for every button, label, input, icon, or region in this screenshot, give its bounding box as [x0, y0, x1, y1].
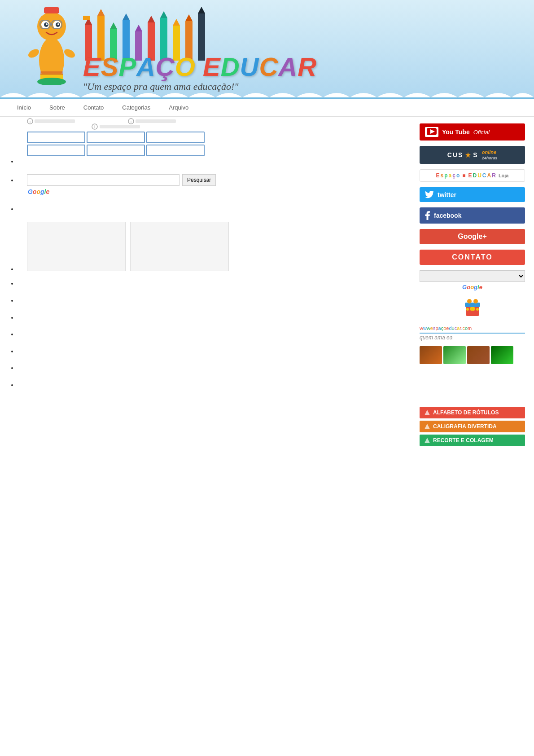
list-item-7: [18, 296, 411, 305]
recorte-label: RECORTE E COLAGEM: [433, 437, 494, 444]
cursos-text: CUS: [447, 151, 464, 158]
loja-button[interactable]: Espaço ■ EDUCAR Loja: [420, 169, 525, 182]
svg-point-15: [27, 48, 40, 60]
alfabeto-label: ALFABETO DE RÓTULOS: [433, 409, 499, 416]
svg-marker-28: [123, 13, 130, 20]
twitter-button[interactable]: twitter: [420, 187, 525, 202]
twitter-label: twitter: [438, 191, 456, 198]
nav-arquivo[interactable]: Arquivo: [161, 101, 197, 114]
list-item-8: [18, 313, 411, 322]
caligrafia-button[interactable]: CALIGRAFIA DIVERTIDA: [420, 421, 525, 432]
facebook-widget: facebook: [420, 207, 525, 224]
content-area: i: [9, 123, 411, 452]
photo-strip: [420, 346, 525, 364]
cursos-button[interactable]: CUS S online24horas: [420, 146, 525, 164]
nav-categorias[interactable]: Categorias: [114, 101, 158, 114]
cursos-widget: CUS S online24horas: [420, 146, 525, 164]
loja-e: E: [436, 172, 439, 179]
share-input-1b[interactable]: [27, 145, 85, 156]
recorte-icon: [424, 437, 430, 444]
loja-u: U: [477, 172, 481, 179]
google-search-input[interactable]: [27, 174, 179, 186]
contato-button[interactable]: CONTATO: [420, 250, 525, 265]
youtube-button[interactable]: You Tube Oficial: [420, 123, 525, 141]
svg-point-8: [46, 23, 48, 25]
content-list: i: [9, 123, 411, 389]
loja-c: ç: [452, 172, 455, 179]
list-item-9: [18, 330, 411, 339]
logo-title: ESPAÇOEDUCAR: [83, 54, 525, 80]
loja-d: D: [473, 172, 477, 179]
list-item-10: [18, 347, 411, 356]
svg-point-55: [466, 308, 469, 311]
share-input-2a[interactable]: [87, 132, 145, 143]
googleplus-button[interactable]: Google+: [420, 229, 525, 244]
contato-widget: CONTATO: [420, 250, 525, 265]
recorte-button[interactable]: RECORTE E COLAGEM: [420, 435, 525, 446]
facebook-icon: [425, 211, 430, 220]
youtube-oficial-label: Oficial: [473, 129, 490, 136]
svg-point-52: [467, 299, 472, 303]
sidebar-search-widget: Google: [420, 270, 525, 290]
svg-marker-49: [465, 152, 471, 158]
cursos-s-text: S: [473, 151, 478, 158]
googleplus-label: Google+: [458, 233, 486, 241]
nav-contato[interactable]: Contato: [75, 101, 112, 114]
share-input-3b[interactable]: [146, 145, 205, 156]
thumb-box-1: [27, 222, 126, 271]
caligrafia-icon: [424, 423, 430, 430]
sidebar-select[interactable]: [420, 270, 525, 282]
nav-inicio[interactable]: Início: [9, 101, 39, 114]
website-text-widget: wwwespaçoeducar.com quem ama ea: [420, 325, 525, 341]
loja-separator: ■: [462, 172, 465, 179]
facebook-button[interactable]: facebook: [420, 207, 525, 224]
photo-thumb-3: [467, 346, 490, 364]
googleplus-widget: Google+: [420, 229, 525, 244]
svg-rect-51: [465, 303, 480, 307]
loja-s: s: [441, 172, 444, 179]
photo-thumb-2: [443, 346, 466, 364]
svg-marker-26: [110, 22, 117, 29]
svg-marker-32: [148, 16, 155, 22]
youtube-icon: [425, 127, 438, 137]
cursos-star-icon: [465, 152, 471, 158]
info-icon-2: i: [27, 118, 33, 124]
sidebar: You Tube Oficial CUS S online24horas Esp…: [420, 123, 525, 452]
list-item-6: [18, 279, 411, 288]
twitter-icon: [425, 191, 434, 198]
nav-sobre[interactable]: Sobre: [41, 101, 73, 114]
list-item-12: [18, 381, 411, 390]
svg-rect-54: [470, 307, 475, 311]
toy-icon: [461, 296, 484, 318]
google-search-button[interactable]: Pesquisar: [182, 174, 216, 186]
svg-rect-22: [83, 16, 90, 20]
loja-c2: C: [482, 172, 486, 179]
share-input-2b[interactable]: [87, 145, 145, 156]
loja-r: R: [492, 172, 496, 179]
facebook-label: facebook: [434, 212, 461, 219]
loja-a2: A: [487, 172, 491, 179]
photo-thumb-1: [420, 346, 442, 364]
share-input-3a[interactable]: [146, 132, 205, 143]
share-input-1a[interactable]: [27, 132, 85, 143]
svg-rect-18: [44, 7, 59, 13]
svg-text:i: i: [30, 119, 31, 124]
svg-point-53: [473, 299, 478, 303]
svg-point-9: [57, 23, 59, 25]
list-item-3: Pesquisar Google: [18, 174, 411, 197]
alfabeto-button[interactable]: ALFABETO DE RÓTULOS: [420, 407, 525, 418]
sidebar-google-label: Google: [420, 284, 525, 290]
youtube-widget: You Tube Oficial: [420, 123, 525, 141]
google-logo-label: Google: [28, 188, 49, 195]
svg-marker-30: [135, 25, 142, 31]
svg-text:i: i: [94, 125, 95, 129]
website-tagline: quem ama ea: [420, 334, 525, 341]
mascot-svg: [27, 2, 76, 85]
svg-marker-38: [185, 14, 193, 21]
website-url: wwwespaçoeducar.com: [420, 325, 525, 334]
loja-e2: E: [468, 172, 472, 179]
svg-marker-34: [160, 11, 167, 18]
svg-marker-57: [425, 410, 430, 415]
share-counter-row: i: [27, 123, 411, 156]
info-icon: i: [92, 123, 98, 130]
